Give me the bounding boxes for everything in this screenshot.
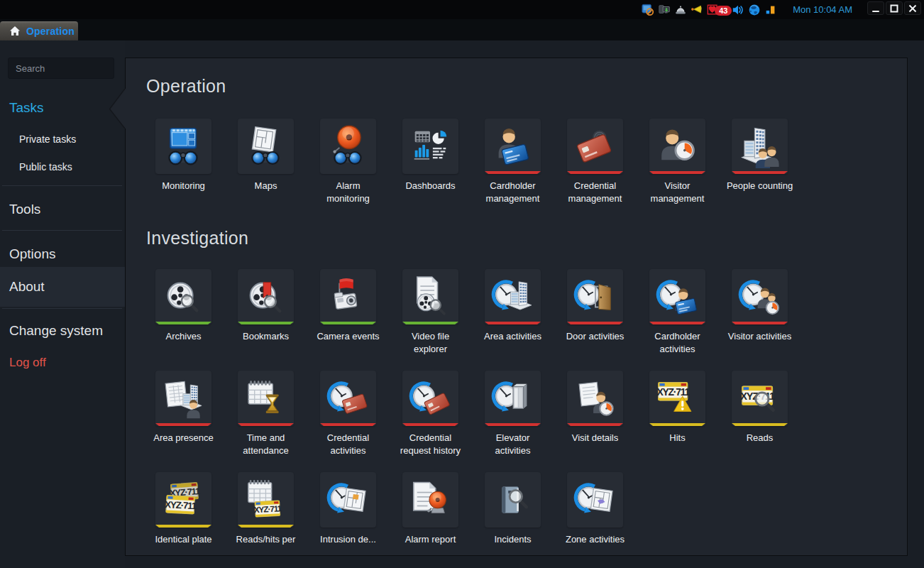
task-label: Incidents: [475, 533, 550, 546]
health-heart-icon[interactable]: 43: [707, 4, 720, 16]
task-tile-hits[interactable]: [649, 371, 705, 426]
credential-request-history-icon: [408, 376, 452, 420]
tile-underline-red: [649, 322, 705, 324]
sidebar: Tasks Private tasks Public tasks Tools O…: [0, 40, 125, 568]
task-label: Archives: [146, 330, 221, 343]
tile-underline-yellow: [732, 423, 788, 426]
task-tile-zone-activities[interactable]: [567, 472, 623, 528]
task-label: Credential management: [558, 180, 632, 205]
home-panel: Operation MonitoringMapsAlarm monitoring…: [125, 58, 908, 556]
sidebar-item-options[interactable]: Options: [0, 246, 125, 262]
sidebar-item-log-off[interactable]: Log off: [0, 356, 125, 370]
tile-underline-red: [732, 171, 788, 174]
task-label: Time and attendance: [229, 432, 303, 457]
sidebar-item-private-tasks[interactable]: Private tasks: [0, 133, 125, 145]
sidebar-item-about[interactable]: About: [0, 267, 125, 307]
cardholder-activities-icon: [655, 275, 699, 319]
task-tile-camera-events[interactable]: [320, 269, 376, 324]
task-cell-zone-activities: Zone activities: [567, 472, 623, 568]
task-tile-credential-request-history[interactable]: [402, 371, 458, 426]
tile-underline-red: [732, 322, 788, 324]
task-cell-intrusion-de: Intrusion de...: [320, 472, 376, 568]
task-tile-visitor-management[interactable]: [649, 119, 705, 174]
task-tile-archives[interactable]: [155, 269, 211, 324]
task-tile-time-and-attendance[interactable]: [238, 371, 294, 426]
workstation-icon[interactable]: [658, 4, 671, 16]
task-cell-bookmarks: Bookmarks: [238, 269, 294, 371]
task-tile-credential-activities[interactable]: [320, 371, 376, 426]
activity-bars-icon[interactable]: [764, 4, 777, 16]
task-cell-credential-activities: Credential activities: [320, 371, 376, 472]
tab-label: Operation: [26, 26, 75, 37]
task-label: Identical plate: [146, 533, 221, 546]
search-input[interactable]: [8, 58, 114, 79]
task-tile-alarm-report[interactable]: [402, 472, 458, 528]
task-cell-area-presence: Area presence: [155, 371, 211, 472]
task-tile-cardholder-activities[interactable]: [649, 269, 705, 324]
visitor-activities-icon: [737, 275, 781, 319]
identical-plate-icon: [161, 478, 205, 522]
alarm-report-icon: [408, 478, 452, 522]
tile-underline-red: [402, 423, 458, 426]
investigation-task-grid: ArchivesBookmarksCamera eventsVideo file…: [155, 269, 907, 568]
task-cell-reads: Reads: [732, 371, 788, 472]
task-cell-reads-hits-per: Reads/hits per: [238, 472, 294, 568]
task-tile-dashboards[interactable]: [402, 119, 458, 174]
maps-icon: [243, 124, 287, 168]
task-cell-elevator-activities: Elevator activities: [485, 371, 541, 472]
monitoring-icon: [161, 124, 205, 168]
display-blocked-icon[interactable]: [642, 4, 654, 16]
task-cell-identical-plate: Identical plate: [155, 472, 211, 568]
task-tile-area-presence[interactable]: [155, 371, 211, 426]
task-tile-bookmarks[interactable]: [238, 269, 294, 324]
alarm-count-badge[interactable]: 43: [715, 6, 732, 16]
task-label: Area presence: [146, 432, 221, 444]
tile-underline-red: [238, 423, 294, 426]
task-cell-visitor-management: Visitor management: [649, 119, 705, 220]
tile-underline-green: [238, 322, 294, 324]
task-label: Credential activities: [311, 432, 385, 457]
tile-underline-red: [320, 423, 376, 426]
task-tile-door-activities[interactable]: [567, 269, 623, 324]
task-tile-visitor-activities[interactable]: [732, 269, 788, 324]
task-tile-reads-hits-per[interactable]: [238, 472, 294, 528]
tab-operation[interactable]: Operation: [0, 21, 78, 40]
network-globe-icon[interactable]: [748, 4, 761, 16]
task-tile-identical-plate[interactable]: [155, 472, 211, 528]
system-tray: 43 Mon 10:04 AM: [642, 0, 852, 19]
announcement-horn-icon[interactable]: [691, 4, 703, 16]
task-tile-cardholder-management[interactable]: [485, 119, 541, 174]
task-tile-alarm-monitoring[interactable]: [320, 119, 376, 174]
task-tile-reads[interactable]: [732, 371, 788, 426]
tile-underline-red: [649, 171, 705, 174]
task-tile-intrusion-de[interactable]: [320, 472, 376, 528]
task-tile-elevator-activities[interactable]: [485, 371, 541, 426]
task-cell-archives: Archives: [155, 269, 211, 371]
task-tile-area-activities[interactable]: [485, 269, 541, 324]
maximize-button[interactable]: [886, 1, 903, 15]
sidebar-item-change-system[interactable]: Change system: [0, 323, 125, 339]
siren-icon[interactable]: [674, 4, 687, 16]
tile-underline-red: [485, 423, 541, 426]
task-label: Visit details: [558, 432, 632, 444]
task-tile-maps[interactable]: [238, 119, 294, 174]
task-tile-people-counting[interactable]: [732, 119, 788, 174]
task-tile-monitoring[interactable]: [155, 119, 211, 174]
tile-underline-yellow: [238, 525, 294, 528]
reads-hits-per-icon: [243, 478, 287, 522]
sidebar-item-public-tasks[interactable]: Public tasks: [0, 161, 125, 173]
task-tile-video-file-explorer[interactable]: [402, 269, 458, 324]
task-tile-visit-details[interactable]: [567, 371, 623, 426]
sidebar-item-tools[interactable]: Tools: [0, 202, 125, 217]
title-bar: 43 Mon 10:04 AM: [0, 0, 924, 19]
close-button[interactable]: [904, 1, 921, 15]
sidebar-item-tasks[interactable]: Tasks: [0, 100, 125, 116]
task-tile-incidents[interactable]: [485, 472, 541, 528]
task-tile-credential-management[interactable]: [567, 119, 623, 174]
volume-icon[interactable]: [732, 4, 744, 16]
tile-underline-red: [567, 322, 623, 324]
minimize-button[interactable]: [867, 1, 884, 15]
task-label: Alarm monitoring: [311, 180, 385, 205]
tile-underline-red: [155, 423, 211, 426]
tile-underline-red: [485, 322, 541, 324]
